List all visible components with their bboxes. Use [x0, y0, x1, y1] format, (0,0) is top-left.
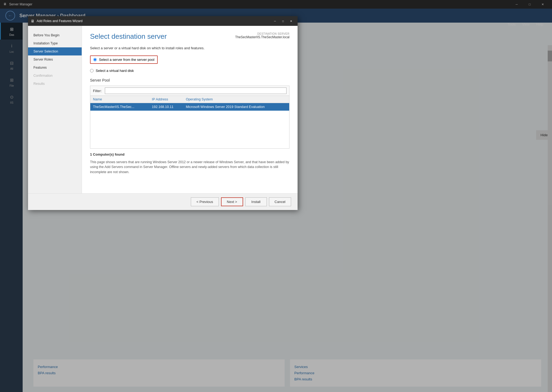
nav-results: Results — [28, 80, 82, 88]
cell-ip: 192.168.10.11 — [149, 103, 183, 111]
nav-before-you-begin[interactable]: Before You Begin — [28, 31, 82, 39]
table-header-row: Name IP Address Operating System — [90, 96, 289, 103]
dialog-title: Add Roles and Features Wizard — [37, 19, 271, 23]
server-pool-title: Server Pool — [90, 78, 289, 82]
radio-vhd-label: Select a virtual hard disk — [96, 69, 134, 73]
server-pool-section: Server Pool Filter: Name IP Address Oper… — [90, 78, 289, 175]
dialog-close-btn[interactable]: ✕ — [287, 17, 295, 25]
table-row[interactable]: TheSecMasterIIS.TheSec... 192.168.10.11 … — [90, 103, 289, 111]
destination-server-info: DESTINATION SERVER TheSecMasterIIS.TheSe… — [235, 32, 289, 39]
dialog-icon: 🖥 — [31, 19, 34, 23]
dialog-body: Before You Begin Installation Type Serve… — [28, 26, 298, 193]
radio-vhd[interactable] — [90, 69, 94, 72]
server-table: Name IP Address Operating System TheSecM… — [90, 96, 289, 149]
nav-confirmation: Confirmation — [28, 72, 82, 80]
dialog-titlebar: 🖥 Add Roles and Features Wizard ─ □ ✕ — [28, 16, 298, 26]
dialog-main-content: DESTINATION SERVER TheSecMasterIIS.TheSe… — [82, 26, 298, 193]
next-button[interactable]: Next > — [221, 197, 243, 206]
page-description: Select a server or a virtual hard disk o… — [90, 46, 289, 50]
dest-server-label: DESTINATION SERVER — [235, 32, 289, 35]
nav-installation-type[interactable]: Installation Type — [28, 39, 82, 47]
pool-count: 1 Computer(s) found — [90, 152, 289, 156]
filter-input[interactable] — [105, 88, 287, 94]
dialog-maximize-btn[interactable]: □ — [279, 17, 287, 25]
col-os[interactable]: Operating System — [183, 96, 289, 103]
nav-server-roles[interactable]: Server Roles — [28, 55, 82, 64]
filter-row: Filter: — [90, 86, 289, 96]
modal-overlay: 🖥 Add Roles and Features Wizard ─ □ ✕ Be… — [0, 0, 552, 392]
nav-server-selection[interactable]: Server Selection — [28, 47, 82, 55]
wizard-nav: Before You Begin Installation Type Serve… — [28, 26, 82, 193]
cancel-button[interactable]: Cancel — [269, 197, 291, 206]
radio-server-pool-option[interactable]: Select a server from the server pool — [90, 55, 158, 64]
wizard-dialog: 🖥 Add Roles and Features Wizard ─ □ ✕ Be… — [28, 16, 298, 210]
dest-server-value: TheSecMasterIIS.TheSecMaster.local — [235, 35, 289, 39]
cell-name: TheSecMasterIIS.TheSec... — [90, 103, 149, 111]
pool-description: This page shows servers that are running… — [90, 160, 289, 175]
filter-label: Filter: — [93, 89, 103, 93]
radio-server-pool-label: Select a server from the server pool — [99, 58, 154, 62]
col-ip[interactable]: IP Address — [149, 96, 183, 103]
radio-group: Select a server from the server pool Sel… — [90, 55, 289, 73]
dialog-controls: ─ □ ✕ — [271, 17, 295, 25]
install-button[interactable]: Install — [245, 197, 267, 206]
col-name[interactable]: Name — [90, 96, 149, 103]
dialog-footer: < Previous Next > Install Cancel — [28, 193, 298, 210]
cell-os: Microsoft Windows Server 2019 Standard E… — [183, 103, 289, 111]
previous-button[interactable]: < Previous — [191, 197, 219, 206]
radio-vhd-option[interactable]: Select a virtual hard disk — [90, 69, 289, 73]
header-section: DESTINATION SERVER TheSecMasterIIS.TheSe… — [90, 32, 289, 46]
radio-server-pool[interactable] — [93, 58, 97, 61]
dialog-minimize-btn[interactable]: ─ — [271, 17, 279, 25]
table-empty-row — [90, 111, 289, 148]
nav-features[interactable]: Features — [28, 64, 82, 72]
